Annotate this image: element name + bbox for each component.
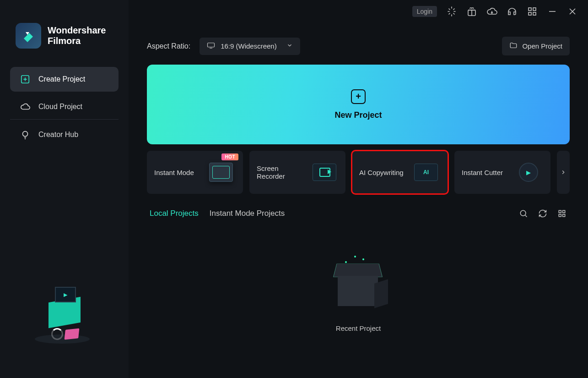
recent-projects-empty: Recent Project xyxy=(147,219,570,369)
new-project-label: New Project xyxy=(334,110,382,120)
cloud-icon xyxy=(20,102,30,112)
screen-recorder-icon xyxy=(311,160,338,185)
instant-cutter-icon xyxy=(514,160,543,185)
tab-local-projects[interactable]: Local Projects xyxy=(150,209,199,218)
refresh-button[interactable] xyxy=(538,208,548,219)
app-logo: Wondershare Filmora xyxy=(7,14,121,62)
ai-copywriting-icon: AI xyxy=(411,160,441,185)
svg-point-5 xyxy=(23,131,28,137)
sidebar-item-label: Cloud Project xyxy=(38,103,82,111)
sidebar-item-creator-hub[interactable]: Creator Hub xyxy=(10,122,119,147)
empty-box-icon xyxy=(324,256,393,315)
tile-label: Screen Recorder xyxy=(257,164,305,180)
content: Aspect Ratio: 16:9 (Widescreen) Open Pro… xyxy=(129,23,588,378)
search-button[interactable] xyxy=(518,208,529,219)
tile-instant-mode[interactable]: HOT Instant Mode xyxy=(147,151,243,194)
svg-rect-24 xyxy=(208,43,215,47)
tile-screen-recorder[interactable]: Screen Recorder xyxy=(249,151,345,194)
folder-icon xyxy=(509,41,518,51)
headset-icon[interactable] xyxy=(507,6,518,17)
sidebar-item-create-project[interactable]: Create Project xyxy=(10,67,119,92)
chevron-down-icon xyxy=(286,42,293,50)
tile-label: Instant Cutter xyxy=(462,169,503,176)
plus-square-icon xyxy=(20,74,30,84)
app-title: Wondershare Filmora xyxy=(48,25,106,46)
brand-line2: Filmora xyxy=(48,36,106,46)
loading-spinner-icon xyxy=(51,328,63,340)
projects-tabs: Local Projects Instant Mode Projects xyxy=(147,208,570,219)
hot-badge: HOT xyxy=(221,153,238,160)
bulb-icon xyxy=(20,130,30,140)
top-row: Aspect Ratio: 16:9 (Widescreen) Open Pro… xyxy=(147,23,570,65)
tab-instant-mode-projects[interactable]: Instant Mode Projects xyxy=(210,209,285,218)
loading-icon xyxy=(446,6,457,17)
tile-instant-cutter[interactable]: Instant Cutter xyxy=(454,151,550,194)
cloud-download-icon[interactable] xyxy=(486,6,497,17)
tile-ai-copywriting[interactable]: AI Copywriting AI xyxy=(352,151,448,194)
plus-icon: + xyxy=(351,89,366,104)
aspect-ratio-select[interactable]: 16:9 (Widescreen) xyxy=(200,38,300,55)
tiles-next-button[interactable] xyxy=(557,151,570,194)
tile-label: AI Copywriting xyxy=(359,169,404,176)
tile-label: Instant Mode xyxy=(154,169,194,176)
open-project-button[interactable]: Open Project xyxy=(502,37,570,55)
aspect-ratio-value: 16:9 (Widescreen) xyxy=(221,42,277,50)
brand-line1: Wondershare xyxy=(48,25,106,36)
svg-marker-0 xyxy=(24,33,33,42)
sidebar-item-label: Creator Hub xyxy=(38,131,78,139)
grid-view-button[interactable] xyxy=(557,208,567,219)
instant-mode-icon xyxy=(206,160,236,185)
svg-rect-31 xyxy=(563,214,565,217)
svg-line-12 xyxy=(449,9,450,10)
monitor-icon xyxy=(207,42,215,50)
svg-rect-30 xyxy=(559,214,561,217)
svg-line-15 xyxy=(453,9,454,10)
sidebar-illustration xyxy=(7,268,121,369)
sidebar: Wondershare Filmora Create Project Cloud… xyxy=(0,0,129,378)
feature-tiles: HOT Instant Mode Screen Recorder AI Copy… xyxy=(147,151,570,194)
main-area: Login Aspect Ratio: 16:9 (Widescreen) Op… xyxy=(129,0,588,378)
svg-line-14 xyxy=(449,13,450,14)
sidebar-item-label: Create Project xyxy=(38,75,85,83)
svg-line-27 xyxy=(525,215,527,217)
svg-rect-18 xyxy=(533,8,536,11)
open-project-label: Open Project xyxy=(522,42,562,50)
new-project-button[interactable]: + New Project xyxy=(147,65,570,144)
apps-grid-icon[interactable] xyxy=(527,6,538,17)
svg-rect-17 xyxy=(529,8,531,11)
svg-rect-20 xyxy=(533,12,536,15)
aspect-ratio-label: Aspect Ratio: xyxy=(147,42,190,50)
sidebar-nav: Create Project Cloud Project Creator Hub xyxy=(7,67,121,147)
login-button[interactable]: Login xyxy=(412,6,437,17)
close-button[interactable] xyxy=(567,6,578,17)
sidebar-item-cloud-project[interactable]: Cloud Project xyxy=(10,94,119,120)
svg-line-13 xyxy=(453,13,454,14)
title-bar: Login xyxy=(129,0,588,23)
svg-rect-28 xyxy=(559,210,561,213)
recent-project-label: Recent Project xyxy=(336,324,381,332)
filmora-logo-icon xyxy=(16,23,41,49)
svg-rect-19 xyxy=(529,12,531,15)
minimize-button[interactable] xyxy=(547,6,558,17)
svg-rect-29 xyxy=(563,210,565,213)
gift-icon[interactable] xyxy=(466,6,477,17)
svg-point-26 xyxy=(520,210,526,216)
